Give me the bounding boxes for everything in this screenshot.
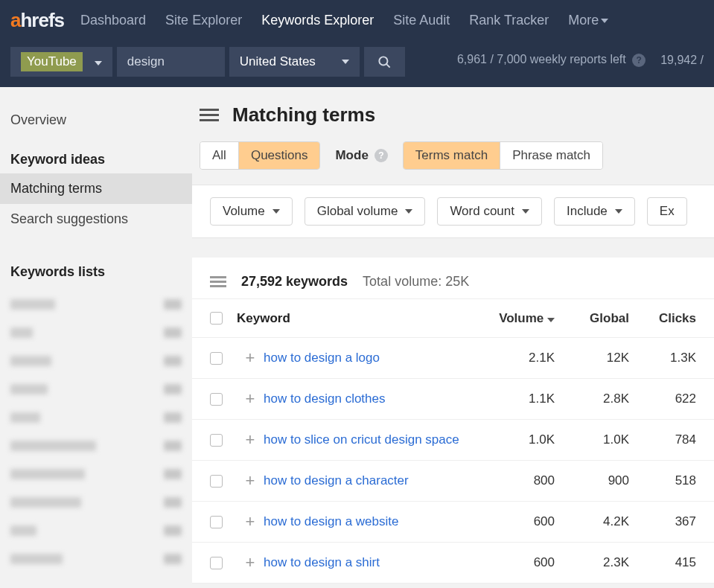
filter-global-volume[interactable]: Global volume [305,197,426,226]
global-cell: 1.0K [555,432,629,447]
global-cell: 2.8K [555,392,629,406]
row-checkbox[interactable] [210,352,223,365]
volume-cell: 600 [473,555,555,570]
sidebar-overview[interactable]: Overview [0,105,192,135]
expand-icon[interactable]: + [237,348,264,368]
table-row: +how to design a website6004.2K367 [192,502,714,543]
volume-cell: 1.1K [473,392,555,406]
keyword-link[interactable]: how to design clothes [264,392,473,406]
sidebar-item-matching-terms[interactable]: Matching terms [0,173,192,204]
nav-dashboard[interactable]: Dashboard [80,13,146,28]
volume-cell: 1.0K [473,432,555,447]
col-global-header[interactable]: Global [555,311,629,326]
global-cell: 2.3K [555,555,629,570]
list-item[interactable] [10,548,182,570]
filter-ex[interactable]: Ex [647,197,687,226]
col-keyword-header[interactable]: Keyword [237,311,473,326]
clicks-cell: 622 [629,392,696,406]
expand-icon[interactable]: + [237,512,264,531]
clicks-cell: 1.3K [629,351,696,365]
keyword-link[interactable]: how to design a character [264,473,473,488]
expand-icon[interactable]: + [237,430,264,450]
sidebar-keywords-lists-header: Keywords lists [0,234,192,286]
table-row: +how to design clothes1.1K2.8K622 [192,379,714,420]
nav-keywords-explorer[interactable]: Keywords Explorer [261,13,374,28]
keyword-link[interactable]: how to design a shirt [264,555,473,570]
logo[interactable]: ahrefs [10,9,64,32]
table-row: +how to design a shirt6002.3K415 [192,543,714,584]
help-icon[interactable]: ? [632,54,646,67]
page-title: Matching terms [232,103,375,127]
search-button[interactable] [364,47,405,77]
filter-word-count[interactable]: Word count [437,197,542,226]
row-checkbox[interactable] [210,393,223,406]
table-menu-icon[interactable] [210,274,226,290]
list-item[interactable] [10,520,182,542]
tab-terms-match[interactable]: Terms match [404,142,500,169]
search-row: YouTube design United States 6,961 / 7,0… [0,41,714,87]
list-item[interactable] [10,491,182,514]
mode-label: Mode ? [335,148,387,163]
table-row: +how to design a character800900518 [192,461,714,502]
row-checkbox[interactable] [210,516,223,528]
clicks-cell: 784 [629,432,696,447]
global-cell: 900 [555,473,629,488]
volume-cell: 600 [473,514,555,529]
status-area: 6,961 / 7,000 weekly reports left ? 19,9… [457,47,704,67]
tab-all[interactable]: All [200,142,238,169]
sidebar-keyword-ideas-header: Keyword ideas [0,135,192,173]
list-item[interactable] [10,463,182,485]
nav-rank-tracker[interactable]: Rank Tracker [469,13,549,28]
main-content: Matching terms AllQuestions Mode ? Terms… [192,87,714,588]
nav-site-audit[interactable]: Site Audit [393,13,450,28]
global-cell: 4.2K [555,514,629,529]
table-row: +how to design a logo2.1K12K1.3K [192,338,714,379]
expand-icon[interactable]: + [237,471,264,490]
svg-point-0 [379,57,387,65]
tab-questions[interactable]: Questions [238,142,320,169]
nav-more[interactable]: More [568,13,608,28]
keyword-link[interactable]: how to design a logo [264,351,473,365]
list-item[interactable] [10,350,182,372]
total-volume: Total volume: 25K [363,274,469,290]
tab-phrase-match[interactable]: Phrase match [500,142,602,169]
country-select[interactable]: United States [229,47,360,77]
list-item[interactable] [10,435,182,457]
search-icon [377,55,392,69]
list-item[interactable] [10,293,182,316]
list-item[interactable] [10,378,182,400]
svg-line-1 [386,63,390,67]
nav-site-explorer[interactable]: Site Explorer [165,13,242,28]
expand-icon[interactable]: + [237,389,264,409]
volume-cell: 800 [473,473,555,488]
keyword-input[interactable]: design [117,47,225,77]
list-item[interactable] [10,406,182,429]
col-clicks-header[interactable]: Clicks [629,311,696,326]
sidebar: Overview Keyword ideas Matching termsSea… [0,87,192,588]
expand-icon[interactable]: + [237,553,264,572]
row-checkbox[interactable] [210,475,223,488]
row-checkbox[interactable] [210,557,223,569]
clicks-cell: 415 [629,555,696,570]
select-all-checkbox[interactable] [210,312,223,325]
filter-volume[interactable]: Volume [210,197,293,226]
help-icon[interactable]: ? [374,149,388,162]
row-checkbox[interactable] [210,434,223,447]
table-row: +how to slice on cricut design space1.0K… [192,420,714,461]
volume-cell: 2.1K [473,351,555,365]
global-cell: 12K [555,351,629,365]
keyword-link[interactable]: how to design a website [264,514,473,529]
top-nav: DashboardSite ExplorerKeywords ExplorerS… [80,13,608,28]
sidebar-item-search-suggestions[interactable]: Search suggestions [0,204,192,234]
list-item[interactable] [10,322,182,344]
menu-icon[interactable] [200,106,219,124]
top-navbar: ahrefs DashboardSite ExplorerKeywords Ex… [0,0,714,41]
filter-include[interactable]: Include [554,197,635,226]
scope-tabs: AllQuestions [200,141,320,170]
clicks-cell: 518 [629,473,696,488]
keyword-link[interactable]: how to slice on cricut design space [264,432,473,447]
col-volume-header[interactable]: Volume [473,311,555,326]
keywords-table: Keyword Volume Global Clicks +how to des… [192,299,714,584]
keyword-count: 27,592 keywords [241,274,348,290]
platform-select[interactable]: YouTube [10,47,112,77]
